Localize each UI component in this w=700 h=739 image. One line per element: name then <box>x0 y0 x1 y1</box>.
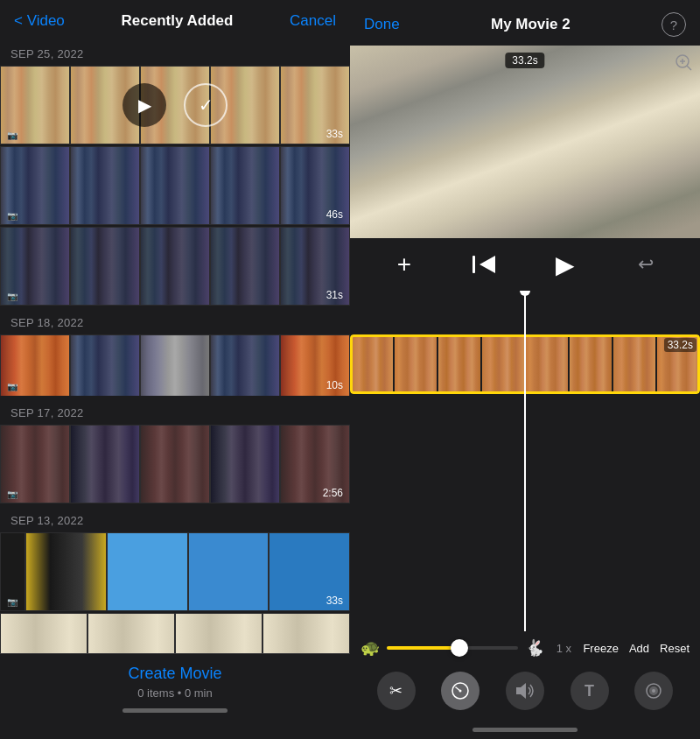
back-button[interactable]: < Video <box>14 12 65 30</box>
skip-back-button[interactable] <box>467 247 502 282</box>
preview-area: 33.2s <box>350 46 700 238</box>
svg-rect-4 <box>472 256 475 273</box>
create-movie-meta: 0 items • 0 min <box>137 686 212 700</box>
camera-icon: 📷 <box>7 382 18 391</box>
svg-line-1 <box>687 66 691 70</box>
video-strip-6 <box>0 532 350 611</box>
svg-marker-5 <box>480 256 495 273</box>
play-button[interactable]: ▶ <box>548 247 583 282</box>
add-clip-button[interactable]: + <box>387 247 422 282</box>
speed-tool-button[interactable] <box>441 672 480 710</box>
fast-speed-icon: 🐇 <box>525 638 544 658</box>
video-item-5[interactable]: 📷 2:56 <box>0 425 350 503</box>
filter-icon <box>645 682 662 700</box>
video-item-1[interactable]: ▶ ✓ 📷 33s <box>0 66 350 144</box>
reset-button[interactable]: Reset <box>660 642 690 655</box>
video-thumb <box>70 146 140 225</box>
camera-icon: 📷 <box>7 597 18 607</box>
clip-thumb <box>612 334 656 394</box>
movie-title: My Movie 2 <box>491 16 570 33</box>
speed-slider-fill <box>387 646 459 650</box>
timeline-area: 33.2s <box>350 291 700 631</box>
text-icon: T <box>584 682 594 700</box>
video-thumb <box>140 146 210 225</box>
video-thumb <box>140 334 210 396</box>
section-date-3: SEP 17, 2022 <box>0 398 350 425</box>
video-thumb <box>25 532 107 611</box>
select-button[interactable]: ✓ <box>184 83 228 127</box>
video-strip-3 <box>0 227 350 306</box>
text-tool-button[interactable]: T <box>570 672 609 710</box>
create-movie-button[interactable]: Create Movie <box>128 665 221 683</box>
zoom-button[interactable] <box>674 53 693 76</box>
speed-value: 1 x <box>551 642 576 655</box>
section-date-2: SEP 18, 2022 <box>0 307 350 334</box>
speed-slider[interactable] <box>387 646 518 650</box>
undo-button[interactable]: ↩ <box>628 247 663 282</box>
right-header: Done My Movie 2 ? <box>350 0 700 46</box>
page-title: Recently Added <box>122 12 234 30</box>
left-panel: < Video Recently Added Cancel SEP 25, 20… <box>0 0 350 739</box>
transport-bar: + ▶ ↩ <box>350 238 700 291</box>
video-thumb <box>70 425 140 503</box>
video-duration: 33s <box>326 128 343 140</box>
video-item-7[interactable] <box>0 613 350 653</box>
video-strip-2 <box>0 146 350 225</box>
speed-actions: Freeze Add Reset <box>583 642 690 655</box>
video-thumb <box>210 227 280 306</box>
video-duration: 46s <box>326 208 343 221</box>
video-item-2[interactable]: 📷 46s <box>0 146 350 225</box>
video-thumb <box>0 613 88 653</box>
done-button[interactable]: Done <box>364 16 400 33</box>
video-thumb <box>262 613 350 653</box>
clip-thumb <box>350 334 394 394</box>
clip-thumb <box>569 334 612 394</box>
video-strip-5 <box>0 425 350 503</box>
speed-add-button[interactable]: Add <box>629 642 649 655</box>
section-date-1: SEP 25, 2022 <box>0 39 350 66</box>
video-duration: 31s <box>326 289 343 301</box>
clip-thumb <box>481 334 525 394</box>
scissors-tool-button[interactable]: ✂ <box>377 672 416 710</box>
camera-icon: 📷 <box>7 489 18 499</box>
camera-icon: 📷 <box>7 130 18 140</box>
speed-bar: 🐢 🐇 1 x Freeze Add Reset <box>350 631 700 665</box>
svg-marker-8 <box>516 683 526 699</box>
video-item-6[interactable]: 📷 33s <box>0 532 350 611</box>
clip-thumb <box>438 334 481 394</box>
video-thumb <box>140 425 210 503</box>
camera-icon: 📷 <box>7 211 18 221</box>
camera-icon: 📷 <box>7 292 18 301</box>
video-strip-4 <box>0 334 350 396</box>
video-thumb <box>140 227 210 306</box>
bottom-tools: ✂ T <box>350 665 700 724</box>
scissors-icon: ✂ <box>389 681 402 700</box>
clip-thumb <box>525 334 569 394</box>
video-item-3[interactable]: 📷 31s <box>0 227 350 306</box>
video-thumb <box>70 227 140 306</box>
filter-tool-button[interactable] <box>634 672 673 710</box>
speed-slider-thumb[interactable] <box>451 639 468 657</box>
video-duration: 10s <box>326 379 343 391</box>
preview-video <box>350 46 700 238</box>
video-thumb <box>188 532 270 611</box>
timeline-playhead <box>524 291 526 631</box>
video-thumb <box>210 425 280 503</box>
preview-duration-badge: 33.2s <box>505 53 544 68</box>
video-thumb <box>210 334 280 396</box>
video-thumb <box>107 532 188 611</box>
section-date-4: SEP 13, 2022 <box>0 505 350 532</box>
cancel-button[interactable]: Cancel <box>290 12 336 30</box>
play-button[interactable]: ▶ <box>122 83 166 127</box>
svg-point-11 <box>652 689 655 693</box>
video-thumb <box>175 613 262 653</box>
video-duration: 33s <box>326 595 343 607</box>
play-overlay: ▶ ✓ <box>122 83 228 127</box>
freeze-button[interactable]: Freeze <box>583 642 618 655</box>
video-item-4[interactable]: 📷 10s <box>0 334 350 396</box>
volume-tool-button[interactable] <box>506 672 544 710</box>
video-duration: 2:56 <box>323 487 343 499</box>
video-thumb <box>210 146 280 225</box>
volume-icon <box>515 683 535 699</box>
help-button[interactable]: ? <box>662 12 686 37</box>
